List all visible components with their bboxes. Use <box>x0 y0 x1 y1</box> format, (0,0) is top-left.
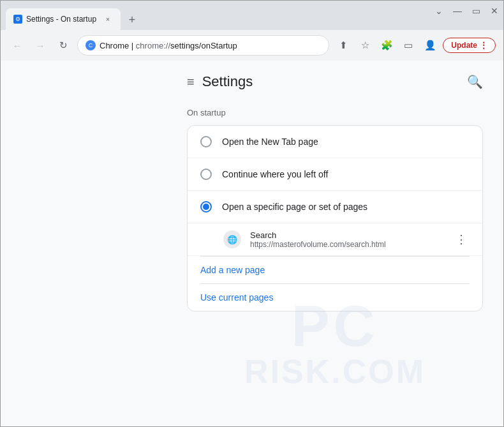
window-controls: ⌄ — ▭ ✕ <box>435 6 498 16</box>
address-text: Chrome | chrome://settings/onStartup <box>100 41 321 50</box>
add-page-row[interactable]: Add a new page <box>188 257 482 283</box>
update-label: Update <box>451 41 477 50</box>
extensions-icon[interactable]: 🧩 <box>378 36 396 54</box>
site-favicon: C <box>85 40 96 50</box>
settings-card: Open the New Tab page Continue where you… <box>187 125 483 311</box>
page-title: Settings <box>202 73 253 90</box>
bookmark-icon[interactable]: ☆ <box>356 36 374 54</box>
new-tab-button[interactable]: + <box>123 11 141 29</box>
use-current-row[interactable]: Use current pages <box>188 284 482 311</box>
option-new-tab-row[interactable]: Open the New Tab page <box>188 126 482 158</box>
sidebar <box>1 61 167 426</box>
back-button[interactable]: ← <box>8 36 26 54</box>
option-specific-label: Open a specific page or set of pages <box>222 202 367 212</box>
share-icon[interactable]: ⬆ <box>334 36 352 54</box>
update-menu-icon: ⋮ <box>480 41 487 50</box>
option-continue-row[interactable]: Continue where you left off <box>188 158 482 191</box>
add-page-link[interactable]: Add a new page <box>200 265 265 275</box>
main-wrapper: ≡ Settings 🔍 On startup Open the New Tab… <box>167 61 503 426</box>
tab-title: Settings - On startup <box>26 15 99 24</box>
search-icon[interactable]: 🔍 <box>467 74 483 89</box>
content-area: ≡ Settings 🔍 On startup Open the New Tab… <box>1 61 503 426</box>
site-globe-icon: 🌐 <box>223 230 241 248</box>
address-bar[interactable]: C Chrome | chrome://settings/onStartup <box>77 35 329 56</box>
site-url: https://masterofvolume.com/search.html <box>250 240 444 249</box>
option-continue-label: Continue where you left off <box>222 169 328 179</box>
close-button[interactable]: ✕ <box>491 6 498 16</box>
forward-button[interactable]: → <box>31 36 49 54</box>
url-scheme: chrome:// <box>136 41 170 50</box>
main-content: ≡ Settings 🔍 On startup Open the New Tab… <box>167 61 503 324</box>
active-tab[interactable]: ⚙ Settings - On startup × <box>6 8 121 30</box>
profile-icon[interactable]: 👤 <box>421 36 439 54</box>
tab-favicon: ⚙ <box>13 15 22 24</box>
search-site-item: 🌐 Search https://masterofvolume.com/sear… <box>188 223 482 256</box>
option-specific-row[interactable]: Open a specific page or set of pages <box>188 191 482 223</box>
section-label: On startup <box>187 108 483 117</box>
radio-new-tab[interactable] <box>200 136 212 147</box>
watermark-line2: RISK.COM <box>167 355 503 388</box>
use-current-link[interactable]: Use current pages <box>200 292 273 303</box>
url-path: settings/onStartup <box>170 41 237 50</box>
tab-close-button[interactable]: × <box>103 14 113 24</box>
radio-specific[interactable] <box>200 201 212 213</box>
option-new-tab-label: Open the New Tab page <box>222 137 318 147</box>
collapse-button[interactable]: ⌄ <box>435 6 443 16</box>
minimize-button[interactable]: — <box>453 6 462 16</box>
titlebar: ⚙ Settings - On startup × + ⌄ — ▭ ✕ <box>1 1 503 30</box>
page-title-row: ≡ Settings <box>187 73 253 90</box>
toolbar: ← → ↻ C Chrome | chrome://settings/onSta… <box>1 30 503 61</box>
toolbar-icons: ⬆ ☆ 🧩 ▭ 👤 Update ⋮ <box>334 36 496 54</box>
page-header: ≡ Settings 🔍 <box>187 73 483 93</box>
browser-window: ⚙ Settings - On startup × + ⌄ — ▭ ✕ ← → … <box>0 0 504 427</box>
hamburger-menu-icon[interactable]: ≡ <box>187 75 195 89</box>
maximize-button[interactable]: ▭ <box>472 6 480 16</box>
radio-inner-dot <box>203 204 209 210</box>
radio-continue[interactable] <box>200 169 212 180</box>
reload-button[interactable]: ↻ <box>54 36 72 54</box>
site-name: Search <box>250 230 444 240</box>
site-info: Search https://masterofvolume.com/search… <box>250 230 444 249</box>
site-more-button[interactable]: ⋮ <box>453 230 470 249</box>
tab-search-icon[interactable]: ▭ <box>399 36 417 54</box>
update-button[interactable]: Update ⋮ <box>443 38 496 53</box>
browser-name: Chrome <box>100 41 129 50</box>
